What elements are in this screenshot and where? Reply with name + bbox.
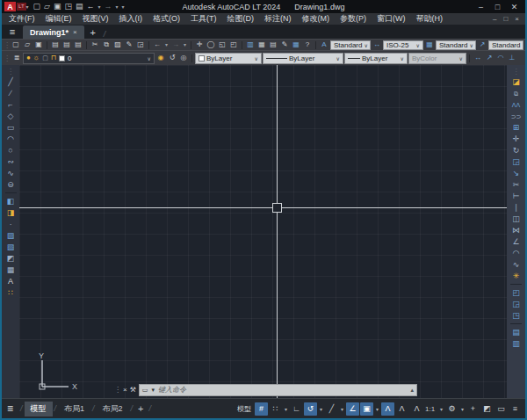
open-button[interactable]: ▱ — [22, 40, 32, 50]
snap-toggle[interactable]: ∷ — [269, 402, 282, 416]
toolbar-grip[interactable]: ⋮ — [7, 68, 14, 76]
markup-button[interactable]: ✎ — [279, 40, 290, 50]
menu-view[interactable]: 视图(V) — [77, 13, 114, 25]
trim-button[interactable]: ✂ — [509, 179, 523, 190]
chamfer-button[interactable]: ∠ — [509, 236, 523, 247]
undo-button[interactable]: ← — [152, 40, 162, 50]
menu-file[interactable]: 文件(F) — [4, 13, 40, 25]
menu-dimension[interactable]: 标注(N) — [259, 13, 297, 25]
layout1-tab[interactable]: 布局1 — [58, 402, 90, 416]
document-tab-close-icon[interactable]: × — [73, 28, 77, 36]
make-object-layer-current-button[interactable]: ◉ — [155, 54, 166, 63]
erase-button[interactable]: ◪ — [509, 76, 523, 87]
match-properties-button[interactable]: ✎ — [124, 40, 134, 50]
annotation-scale-button[interactable]: Λ — [409, 402, 424, 416]
model-tab[interactable]: 模型 — [25, 402, 53, 416]
workspace-gear-icon[interactable]: ⚙ — [445, 402, 458, 416]
toolbar-grip[interactable]: ⋮ — [513, 68, 520, 76]
array-button[interactable]: ⊞ — [509, 122, 523, 133]
pan-button[interactable]: ✛ — [194, 40, 205, 50]
new-layout-button[interactable]: + — [134, 403, 147, 414]
minimize-button[interactable]: – — [473, 3, 489, 11]
mleader-style-icon[interactable]: ↗ — [477, 40, 487, 50]
save-button[interactable]: ▣ — [33, 40, 44, 50]
save-icon[interactable]: ▣ — [54, 3, 61, 11]
layer-vp-freeze-icon[interactable]: ▢ — [42, 54, 48, 62]
break-at-point-button[interactable]: ∣ — [509, 202, 523, 213]
layer-properties-manager-button[interactable]: ≣ — [11, 54, 22, 63]
customize-statusbar-icon[interactable]: ≡ — [509, 402, 522, 416]
rotate-button[interactable]: ↻ — [509, 145, 523, 156]
snap-dropdown-icon[interactable]: ▾ — [283, 406, 289, 412]
dim-ordinate-button[interactable]: ⊥ — [507, 54, 517, 63]
line-button[interactable]: ╱ — [4, 76, 18, 87]
tool-palettes-button[interactable]: ▦ — [256, 40, 267, 50]
menu-help[interactable]: 帮助(H) — [411, 13, 449, 25]
isodraft-toggle[interactable]: ╱ — [325, 402, 338, 416]
qnew-button[interactable]: ▢ — [11, 40, 21, 50]
menu-parametric[interactable]: 参数(P) — [335, 13, 372, 25]
menu-tools[interactable]: 工具(T) — [185, 13, 222, 25]
break-button[interactable]: ◫ — [509, 214, 523, 224]
insert-block-button[interactable]: ◧ — [4, 196, 18, 206]
doc-restore-icon[interactable]: □ — [503, 15, 508, 23]
menu-edit[interactable]: 编辑(E) — [40, 13, 77, 25]
cut-button[interactable]: ✂ — [90, 40, 100, 50]
auto-annotation-scale-toggle[interactable]: Λ — [395, 402, 408, 416]
save-as-icon[interactable]: ◳ — [65, 3, 73, 11]
zoom-realtime-button[interactable]: ◯ — [206, 40, 216, 50]
clean-screen-button[interactable]: ▭ — [495, 402, 508, 416]
gradient-button[interactable]: ▧ — [4, 242, 18, 252]
drawing-canvas[interactable]: Y X ⋮ × ⚒ ▭ ▾ 键入命令 ▴ — [19, 65, 507, 398]
fillet-button[interactable]: ◠ — [509, 248, 523, 258]
mleader-style-combo[interactable]: Standard — [488, 40, 523, 50]
command-close-icon[interactable]: × — [123, 386, 127, 394]
new-drawing-tab-button[interactable]: + — [84, 25, 102, 39]
hatch-to-back-button[interactable]: ▥ — [509, 338, 523, 349]
linetype-control-combo[interactable]: ByLayer ∨ — [263, 53, 343, 64]
open-file-icon[interactable]: ▱ — [44, 3, 50, 11]
move-button[interactable]: ✛ — [509, 134, 523, 144]
help-button[interactable]: ? — [302, 40, 313, 50]
text-style-combo[interactable]: Standard ∨ — [330, 40, 371, 50]
command-options-chevron-icon[interactable]: ▾ — [151, 387, 155, 394]
paste-button[interactable]: ▨ — [112, 40, 123, 50]
document-tab-drawing1[interactable]: Drawing1* × — [23, 25, 84, 39]
extend-button[interactable]: ⊢ — [509, 191, 523, 201]
hatch-button[interactable]: ▨ — [4, 230, 18, 241]
workspace-dropdown-icon[interactable]: ▾ — [459, 406, 466, 412]
new-file-icon[interactable]: ▢ — [33, 3, 41, 11]
dim-style-combo[interactable]: ISO-25 ∨ — [383, 40, 423, 50]
qat-customize-icon[interactable]: ▾ — [122, 4, 125, 10]
zoom-previous-button[interactable]: ◰ — [228, 40, 239, 50]
menu-draw[interactable]: 绘图(D) — [222, 13, 260, 25]
annotation-scale-value[interactable]: 1:1 — [425, 405, 437, 413]
polar-tracking-toggle[interactable]: ↺ — [304, 402, 317, 416]
osnap-dropdown-icon[interactable]: ▾ — [374, 406, 380, 412]
offset-button[interactable]: ⊃⊃ — [509, 111, 523, 121]
scale-button[interactable]: ◲ — [509, 156, 523, 167]
sheet-set-manager-button[interactable]: ▤ — [268, 40, 278, 50]
undo-dropdown-icon[interactable]: ▾ — [163, 40, 170, 50]
object-snap-toggle[interactable]: ▣ — [360, 402, 373, 416]
revision-cloud-button[interactable]: ∾ — [4, 156, 18, 167]
layer-states-button[interactable]: ◎ — [178, 54, 189, 63]
redo-button[interactable]: → — [170, 40, 181, 50]
text-style-icon[interactable]: A — [319, 40, 329, 50]
multiline-text-button[interactable]: A — [4, 276, 18, 286]
dim-linear-button[interactable]: ↔ — [473, 54, 483, 63]
file-tabs-menu-icon[interactable]: ≡ — [2, 25, 23, 39]
layer-on-bulb-icon[interactable]: ● — [26, 54, 31, 62]
redo-dropdown-icon[interactable]: ▾ — [182, 40, 188, 50]
dim-arc-length-button[interactable]: ◠ — [495, 54, 506, 63]
explode-button[interactable]: ✳ — [509, 271, 523, 281]
make-block-button[interactable]: ◨ — [4, 207, 18, 218]
quickcalc-button[interactable]: ▦ — [291, 40, 301, 50]
doc-minimize-icon[interactable]: – — [493, 15, 496, 23]
send-to-back-button[interactable]: ◲ — [509, 299, 523, 309]
blend-curves-button[interactable]: ∿ — [509, 259, 523, 270]
print-icon[interactable]: ▤ — [76, 3, 83, 11]
dim-aligned-button[interactable]: ↗ — [484, 54, 495, 63]
text-to-front-button[interactable]: ▤ — [509, 327, 523, 337]
object-snap-tracking-toggle[interactable]: ∠ — [346, 402, 359, 416]
